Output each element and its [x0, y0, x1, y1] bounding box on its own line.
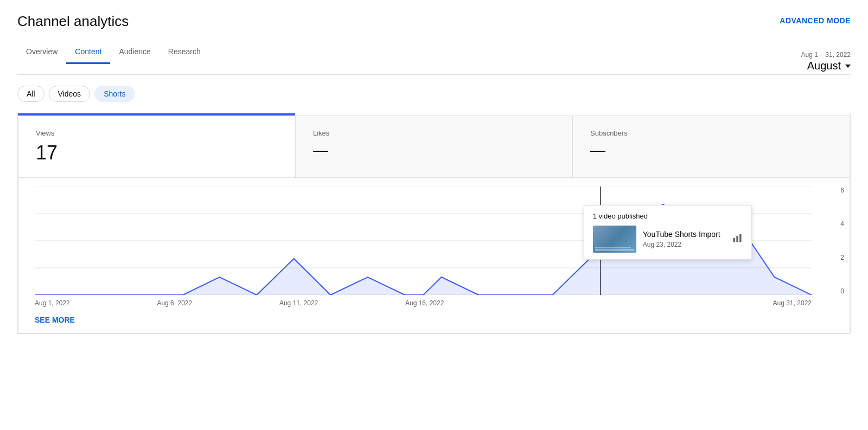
tab-audience[interactable]: Audience	[110, 41, 159, 64]
svg-rect-7	[736, 235, 738, 242]
x-axis-labels: Aug 1, 2022 Aug 6, 2022 Aug 11, 2022 Aug…	[18, 295, 850, 311]
tooltip-thumbnail	[593, 226, 636, 253]
metric-views[interactable]: Views 17	[18, 116, 296, 177]
date-month[interactable]: August	[807, 60, 851, 72]
analytics-panel: Views 17 Likes — Subscribers —	[17, 113, 851, 334]
tooltip-video-title: YouTube Shorts Import	[643, 230, 725, 239]
tab-content[interactable]: Content	[66, 41, 110, 64]
x-label-4: Aug 16, 2022	[405, 299, 444, 307]
tooltip-video-date: Aug 23, 2022	[643, 241, 725, 248]
chip-all[interactable]: All	[17, 86, 44, 102]
metric-subscribers[interactable]: Subscribers —	[573, 116, 850, 177]
metric-subscribers-label: Subscribers	[590, 129, 832, 137]
metric-subscribers-value: —	[590, 142, 832, 159]
chip-shorts[interactable]: Shorts	[94, 86, 135, 102]
tab-overview[interactable]: Overview	[17, 41, 66, 64]
tooltip-video-info: YouTube Shorts Import Aug 23, 2022	[643, 230, 725, 248]
y-label-0: 0	[840, 287, 844, 295]
x-label-2: Aug 6, 2022	[157, 299, 192, 307]
filter-chips: All Videos Shorts	[17, 86, 851, 102]
metric-likes-label: Likes	[313, 129, 555, 137]
svg-rect-8	[739, 234, 741, 242]
see-more-button[interactable]: SEE MORE	[35, 316, 75, 324]
y-axis-labels: 6 4 2 0	[840, 187, 844, 295]
tab-research[interactable]: Research	[159, 41, 209, 64]
date-range-label: Aug 1 – 31, 2022	[801, 51, 851, 59]
tooltip-chart-icon[interactable]	[732, 233, 743, 246]
metric-likes[interactable]: Likes —	[296, 116, 573, 177]
chevron-down-icon	[845, 65, 851, 68]
metric-views-label: Views	[36, 129, 278, 137]
x-label-1: Aug 1, 2022	[35, 299, 70, 307]
svg-rect-6	[733, 238, 735, 242]
date-selector[interactable]: Aug 1 – 31, 2022 August	[801, 51, 851, 72]
y-label-2: 2	[840, 254, 844, 261]
tooltip-title: 1 video published	[593, 212, 743, 220]
page-title: Channel analytics	[17, 13, 129, 30]
metric-likes-value: —	[313, 142, 555, 159]
tabs-row: Overview Content Audience Research	[17, 41, 801, 63]
metric-views-value: 17	[36, 142, 278, 164]
advanced-mode-button[interactable]: ADVANCED MODE	[780, 13, 851, 25]
chip-videos[interactable]: Videos	[49, 86, 91, 102]
x-label-3: Aug 11, 2022	[279, 299, 318, 307]
metrics-row: Views 17 Likes — Subscribers —	[18, 115, 850, 178]
video-published-tooltip: 1 video published YouTube Shorts Import …	[584, 205, 752, 260]
see-more-row: SEE MORE	[18, 311, 850, 333]
y-label-6: 6	[840, 187, 844, 194]
page-container: Channel analytics ADVANCED MODE Overview…	[0, 0, 868, 347]
y-label-4: 4	[840, 220, 844, 228]
chart-area: S S 6 4 2 0 1 video published	[18, 178, 850, 333]
x-label-7: Aug 31, 2022	[773, 299, 812, 307]
tooltip-video-row: YouTube Shorts Import Aug 23, 2022	[593, 226, 743, 253]
header-row: Channel analytics ADVANCED MODE	[17, 13, 851, 30]
